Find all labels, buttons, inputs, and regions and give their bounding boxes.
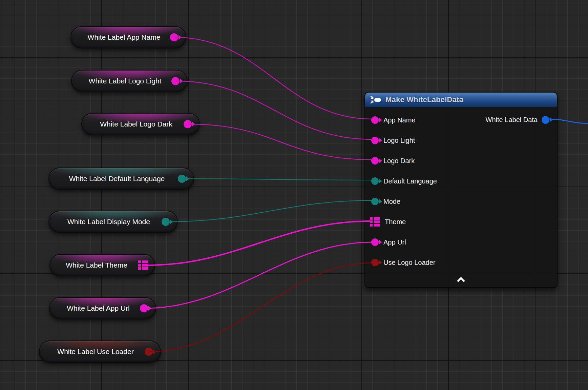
var-node-label: White Label Default Language [69, 175, 165, 183]
var-node-white-label-display-mode[interactable]: White Label Display Mode [48, 211, 178, 233]
pin-label: App Url [383, 238, 406, 246]
enum-input-pin[interactable] [371, 177, 379, 185]
wire-app-name[interactable] [175, 37, 373, 119]
wire-app-url[interactable] [145, 242, 373, 308]
string-input-pin[interactable] [371, 157, 379, 164]
input-pin-row-app-url: App Url [365, 232, 557, 252]
var-node-white-label-app-url[interactable]: White Label App Url [49, 297, 156, 319]
var-node-label: White Label App Url [67, 304, 130, 312]
input-pin-row-default-language: Default Language [365, 171, 557, 191]
collapse-chevron-icon[interactable] [454, 275, 468, 285]
output-pin-row-white-label-data: White Label Data [486, 110, 557, 130]
wire-logo-dark[interactable] [188, 124, 373, 160]
var-node-label: White Label Theme [66, 261, 127, 269]
make-struct-icon [370, 95, 381, 104]
pin-label: Logo Light [383, 137, 415, 144]
struct-output-pin[interactable] [542, 116, 549, 124]
node-title: Make WhiteLabelData [385, 95, 463, 104]
input-pin-row-use-logo-loader: Use Logo Loader [365, 252, 557, 273]
wire-theme[interactable] [148, 221, 370, 265]
wire-logo-light[interactable] [176, 81, 373, 139]
var-node-white-label-theme[interactable]: White Label Theme [49, 254, 155, 276]
blueprint-graph-canvas[interactable]: White Label App Name White Label Logo Li… [0, 0, 588, 390]
var-node-label: White Label Display Mode [67, 218, 150, 226]
string-input-pin[interactable] [371, 116, 379, 124]
var-node-white-label-default-language[interactable]: White Label Default Language [48, 168, 194, 190]
var-node-label: White Label App Name [88, 33, 161, 41]
pin-label: Default Language [383, 177, 437, 185]
wire-use-loader[interactable] [149, 263, 373, 352]
node-header[interactable]: Make WhiteLabelData [365, 93, 557, 107]
var-node-white-label-logo-dark[interactable]: White Label Logo Dark [81, 113, 200, 135]
input-pin-row-logo-dark: Logo Dark [365, 151, 557, 171]
pin-label: White Label Data [486, 116, 538, 124]
input-pin-row-mode: Mode [365, 191, 557, 212]
var-node-label: White Label Logo Light [89, 77, 162, 85]
enum-input-pin[interactable] [371, 198, 379, 205]
var-node-label: White Label Logo Dark [100, 120, 172, 128]
wire-display-mode[interactable] [166, 200, 373, 222]
pin-label: Theme [385, 218, 406, 226]
var-node-white-label-app-name[interactable]: White Label App Name [70, 26, 186, 48]
input-pin-row-logo-light: Logo Light [365, 130, 557, 151]
var-node-label: White Label Use Loader [57, 348, 133, 356]
struct-input-pin-icon[interactable] [370, 217, 380, 227]
struct-pin-icon[interactable] [138, 260, 148, 270]
string-input-pin[interactable] [371, 137, 379, 144]
pin-label: Use Logo Loader [383, 259, 435, 267]
pin-label: App Name [383, 116, 416, 124]
var-node-white-label-use-loader[interactable]: White Label Use Loader [39, 340, 161, 363]
var-node-white-label-logo-light[interactable]: White Label Logo Light [71, 70, 188, 92]
pin-label: Logo Dark [383, 157, 415, 165]
input-pin-row-theme: Theme [365, 212, 557, 232]
pin-label: Mode [383, 198, 400, 206]
wire-default-language[interactable] [183, 179, 373, 180]
make-whitelabeldata-node[interactable]: Make WhiteLabelData App Name Logo Light … [364, 92, 558, 288]
